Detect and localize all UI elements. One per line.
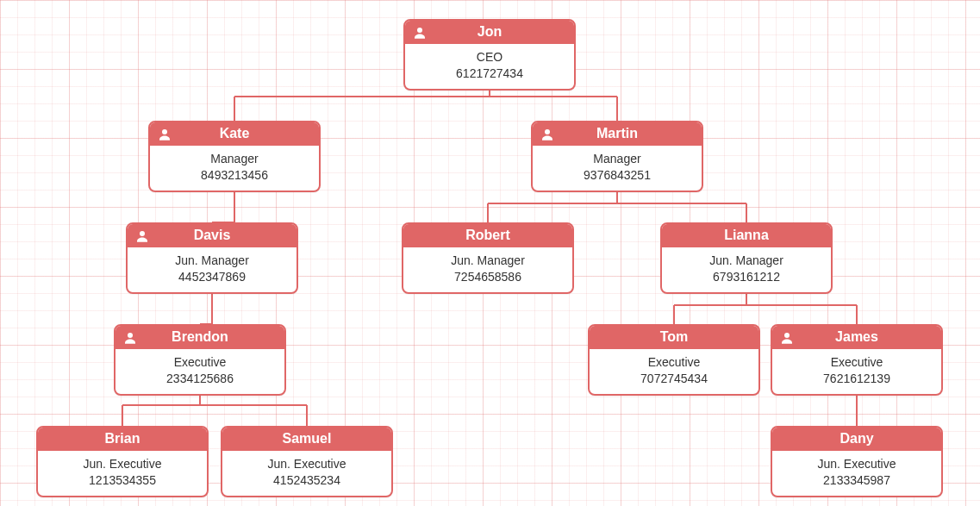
org-node-title: Manager	[153, 151, 315, 167]
org-node-dany[interactable]: Dany Jun. Executive 2133345987	[771, 426, 943, 497]
svg-point-23	[545, 129, 550, 134]
org-node-phone: 9376843251	[536, 167, 698, 184]
org-node-body: Jun. Manager 4452347869	[128, 247, 296, 292]
org-node-name: James	[835, 329, 878, 344]
org-node-phone: 4452347869	[131, 269, 293, 285]
org-node-title: Executive	[776, 354, 938, 371]
org-node-header: Tom	[590, 326, 758, 349]
org-node-name: Dany	[840, 431, 873, 446]
org-node-title: Manager	[536, 151, 698, 167]
org-node-body: Jun. Executive 2133345987	[772, 451, 941, 496]
org-node-name: Lianna	[724, 228, 769, 242]
org-node-martin[interactable]: Martin Manager 9376843251	[531, 121, 703, 192]
person-icon	[157, 127, 172, 142]
org-node-jon[interactable]: Jon CEO 6121727434	[403, 19, 576, 91]
org-node-header: Lianna	[662, 224, 831, 247]
org-node-name: Davis	[194, 228, 231, 242]
org-node-name: Brian	[105, 431, 140, 446]
org-node-title: Jun. Manager	[407, 253, 569, 269]
org-node-name: Kate	[220, 126, 250, 141]
org-node-brendon[interactable]: Brendon Executive 2334125686	[114, 324, 286, 396]
org-node-phone: 6121727434	[409, 66, 571, 82]
org-node-body: Executive 7621612139	[772, 349, 941, 394]
person-icon	[779, 330, 795, 346]
org-node-title: Executive	[119, 354, 281, 371]
org-node-name: Tom	[660, 329, 689, 344]
org-node-body: Manager 9376843251	[533, 146, 702, 191]
org-node-body: Executive 2334125686	[115, 349, 284, 394]
org-node-phone: 7072745434	[593, 371, 755, 387]
org-node-body: Executive 7072745434	[590, 349, 758, 394]
org-node-james[interactable]: James Executive 7621612139	[771, 324, 943, 396]
org-node-title: Jun. Manager	[131, 253, 293, 269]
svg-point-24	[140, 231, 145, 236]
org-node-phone: 2133345987	[776, 472, 938, 489]
svg-point-22	[162, 129, 167, 134]
org-node-body: Jun. Manager 6793161212	[662, 247, 831, 292]
svg-point-21	[417, 28, 422, 33]
org-node-name: Martin	[596, 126, 638, 141]
org-node-header: Jon	[405, 21, 574, 44]
org-node-header: Kate	[150, 122, 319, 146]
org-node-lianna[interactable]: Lianna Jun. Manager 6793161212	[660, 222, 833, 294]
org-node-phone: 8493213456	[153, 167, 315, 184]
org-node-header: Robert	[403, 224, 572, 247]
org-node-phone: 4152435234	[226, 472, 388, 489]
person-icon	[412, 25, 428, 41]
org-node-body: CEO 6121727434	[405, 44, 574, 89]
org-node-title: Executive	[593, 354, 755, 371]
org-node-header: Davis	[128, 224, 296, 247]
svg-point-25	[128, 333, 133, 338]
org-node-name: Brendon	[172, 329, 228, 344]
org-node-name: Jon	[478, 24, 502, 39]
org-node-body: Jun. Executive 1213534355	[38, 451, 207, 496]
org-node-tom[interactable]: Tom Executive 7072745434	[588, 324, 760, 396]
org-node-title: CEO	[409, 49, 571, 66]
org-node-header: Brendon	[115, 326, 284, 349]
org-node-samuel[interactable]: Samuel Jun. Executive 4152435234	[221, 426, 393, 497]
org-node-body: Jun. Manager 7254658586	[403, 247, 572, 292]
org-node-phone: 1213534355	[41, 472, 203, 489]
org-node-title: Jun. Executive	[41, 456, 203, 472]
org-node-kate[interactable]: Kate Manager 8493213456	[148, 121, 321, 192]
org-node-name: Robert	[465, 228, 510, 242]
org-node-header: Brian	[38, 428, 207, 451]
person-icon	[134, 228, 150, 244]
svg-point-26	[784, 333, 790, 338]
org-node-header: James	[772, 326, 941, 349]
org-node-phone: 2334125686	[119, 371, 281, 387]
org-node-header: Samuel	[222, 428, 391, 451]
org-node-title: Jun. Executive	[226, 456, 388, 472]
org-node-robert[interactable]: Robert Jun. Manager 7254658586	[402, 222, 574, 294]
org-node-header: Dany	[772, 428, 941, 451]
org-node-body: Jun. Executive 4152435234	[222, 451, 391, 496]
org-node-header: Martin	[533, 122, 702, 146]
org-node-body: Manager 8493213456	[150, 146, 319, 191]
org-node-davis[interactable]: Davis Jun. Manager 4452347869	[126, 222, 298, 294]
org-node-phone: 7254658586	[407, 269, 569, 285]
org-node-phone: 7621612139	[776, 371, 938, 387]
org-node-title: Jun. Executive	[776, 456, 938, 472]
person-icon	[540, 127, 555, 142]
org-node-brian[interactable]: Brian Jun. Executive 1213534355	[36, 426, 209, 497]
org-node-name: Samuel	[283, 431, 332, 446]
person-icon	[122, 330, 138, 346]
org-node-phone: 6793161212	[665, 269, 827, 285]
org-node-title: Jun. Manager	[665, 253, 827, 269]
